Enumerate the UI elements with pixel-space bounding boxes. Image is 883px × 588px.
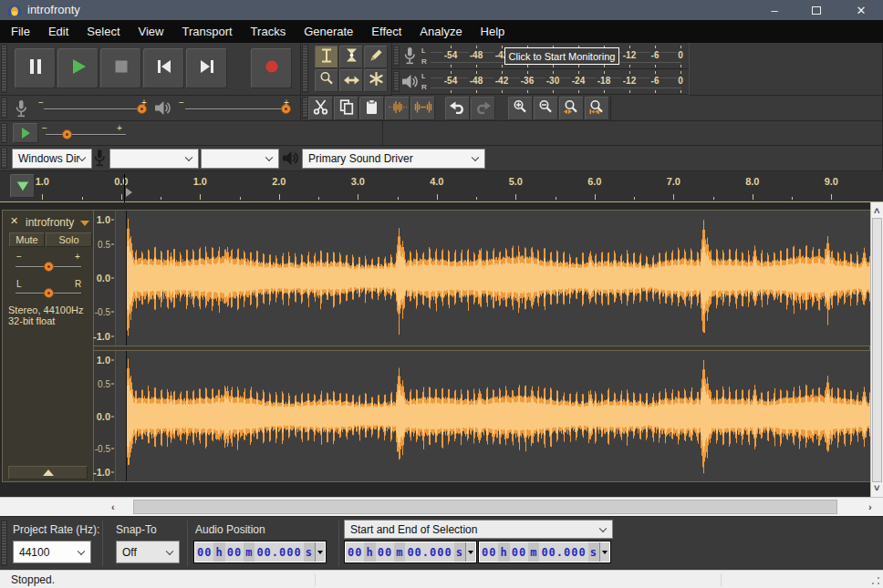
fit-project-button[interactable] xyxy=(585,97,609,120)
menu-file[interactable]: File xyxy=(2,20,39,43)
audio-host-select[interactable]: Windows Dir xyxy=(12,149,92,169)
undo-button[interactable] xyxy=(445,97,470,120)
toolbar-grabber[interactable] xyxy=(302,45,308,93)
recording-channels-select[interactable] xyxy=(201,149,279,169)
vertical-scale-ruler[interactable]: 1.00.50.0-0.5-1.0 xyxy=(94,351,116,481)
toolbar-grabber[interactable] xyxy=(1,98,7,119)
timeline-ruler[interactable]: 1.00.01.02.03.04.05.06.07.08.09.0 xyxy=(0,171,883,202)
track-name[interactable]: introfronty xyxy=(26,216,74,229)
vertical-scroll-thumb[interactable] xyxy=(872,218,882,482)
meter-tick xyxy=(451,65,452,67)
recording-meter[interactable]: LR-54-48-42-36-30-24-18-12-60Click to St… xyxy=(392,44,689,69)
play-button[interactable] xyxy=(57,48,99,88)
playback-device-select[interactable]: Primary Sound Driver xyxy=(302,149,485,169)
stop-button[interactable] xyxy=(100,48,141,88)
time-digits: 00.000 xyxy=(539,542,587,562)
toolbar-grabber[interactable] xyxy=(1,45,7,93)
scroll-up-icon[interactable]: ˄ xyxy=(874,206,879,216)
playback-meter[interactable]: LR-54-48-42-36-30-24-18-12-60 xyxy=(392,69,689,95)
horizontal-scrollbar[interactable]: ‹ › xyxy=(0,497,883,516)
play-speed-slider[interactable] xyxy=(46,134,126,136)
snap-to-select[interactable]: Off xyxy=(116,541,180,563)
timeline-options-button[interactable] xyxy=(10,174,35,198)
playback-volume-slider[interactable] xyxy=(185,108,289,110)
track-collapse-button[interactable] xyxy=(8,466,88,480)
toolbar-grabber[interactable] xyxy=(1,123,7,143)
scroll-down-icon[interactable]: ˅ xyxy=(874,483,879,493)
timeline-tick xyxy=(398,197,399,200)
selection-start-field[interactable]: 00h00m00.000s xyxy=(344,541,477,563)
fit-selection-button[interactable] xyxy=(559,97,584,120)
toolbar-grabber[interactable] xyxy=(1,521,7,566)
redo-button[interactable] xyxy=(471,97,495,120)
zoom-in-button[interactable] xyxy=(508,97,533,120)
zoom-tool-button[interactable] xyxy=(315,69,338,92)
silence-audio-button[interactable] xyxy=(410,97,435,120)
menu-transport[interactable]: Transport xyxy=(172,20,241,43)
time-field-dropdown-icon[interactable] xyxy=(465,542,475,562)
zoomfit-icon xyxy=(589,99,605,119)
cursor-handle-icon[interactable] xyxy=(126,188,132,197)
multi-tool-button[interactable] xyxy=(364,69,388,92)
minimize-button[interactable]: – xyxy=(753,0,795,20)
menu-help[interactable]: Help xyxy=(472,20,514,43)
menu-tracks[interactable]: Tracks xyxy=(242,20,296,43)
menu-view[interactable]: View xyxy=(130,20,173,43)
solo-button[interactable]: Solo xyxy=(46,232,92,247)
title-bar[interactable]: introfronty – ✕ xyxy=(0,0,883,20)
menu-edit[interactable]: Edit xyxy=(39,20,78,43)
vertical-scale-ruler[interactable]: 1.00.50.0-0.5-1.0 xyxy=(94,211,116,346)
time-field-dropdown-icon[interactable] xyxy=(315,542,325,562)
track-pan-thumb[interactable] xyxy=(44,288,54,298)
play-speed-thumb[interactable] xyxy=(62,129,72,139)
audio-position-field[interactable]: 00h00m00.000s xyxy=(193,541,327,563)
scroll-left-icon[interactable]: ‹ xyxy=(111,502,115,512)
scroll-right-icon[interactable]: › xyxy=(868,502,872,512)
mute-button[interactable]: Mute xyxy=(9,232,45,247)
maximize-button[interactable] xyxy=(795,0,837,20)
close-button[interactable]: ✕ xyxy=(839,0,883,20)
cut-button[interactable] xyxy=(308,97,333,120)
copy-button[interactable] xyxy=(334,97,358,120)
vertical-scrollbar[interactable]: ˄ ˅ xyxy=(870,202,883,497)
time-field-dropdown-icon[interactable] xyxy=(599,542,609,562)
selection-mode-select[interactable]: Start and End of Selection xyxy=(344,520,613,539)
meter-tick xyxy=(476,46,477,48)
time-shift-tool-button[interactable] xyxy=(339,69,363,92)
waveform-channel-left[interactable] xyxy=(116,211,871,346)
skip-to-end-button[interactable] xyxy=(186,48,227,88)
toolbar-grabber[interactable] xyxy=(302,98,308,119)
menu-effect[interactable]: Effect xyxy=(362,20,410,43)
track-menu-caret-icon[interactable] xyxy=(80,221,89,226)
draw-tool-button[interactable] xyxy=(364,46,388,68)
recording-device-select[interactable] xyxy=(109,149,199,169)
monitoring-tooltip[interactable]: Click to Start Monitoring xyxy=(504,47,619,65)
selection-end-field[interactable]: 00h00m00.000s xyxy=(478,541,611,563)
toolbar-grabber[interactable] xyxy=(1,148,7,169)
play-at-speed-toolbar: − + xyxy=(0,121,383,146)
menu-select[interactable]: Select xyxy=(78,20,129,43)
play-at-speed-button[interactable] xyxy=(13,123,38,143)
pause-button[interactable] xyxy=(15,48,56,88)
record-button[interactable] xyxy=(251,48,292,88)
track-gain-thumb[interactable] xyxy=(44,262,54,272)
menu-analyze[interactable]: Analyze xyxy=(410,20,471,43)
input-volume-slider[interactable] xyxy=(44,108,146,110)
toolbar-grabber[interactable] xyxy=(393,46,400,67)
menu-generate[interactable]: Generate xyxy=(295,20,362,43)
envelope-tool-button[interactable] xyxy=(339,46,363,68)
toolbar-grabber[interactable] xyxy=(393,71,400,92)
meter-tick xyxy=(655,90,656,93)
horizontal-scroll-thumb[interactable] xyxy=(133,500,837,514)
track-close-icon[interactable]: ✕ xyxy=(10,215,18,227)
resize-grip[interactable] xyxy=(871,576,880,585)
scale-label: -1.0 xyxy=(93,467,110,478)
skip-to-start-button[interactable] xyxy=(143,48,184,88)
selection-tool-button[interactable] xyxy=(315,46,338,68)
zoom-out-button[interactable] xyxy=(534,97,558,120)
waveform-channel-right[interactable] xyxy=(116,351,871,481)
project-rate-select[interactable]: 44100 xyxy=(13,541,91,563)
trim-audio-button[interactable] xyxy=(385,97,410,120)
timeline-tick xyxy=(42,194,43,200)
paste-button[interactable] xyxy=(359,97,384,120)
